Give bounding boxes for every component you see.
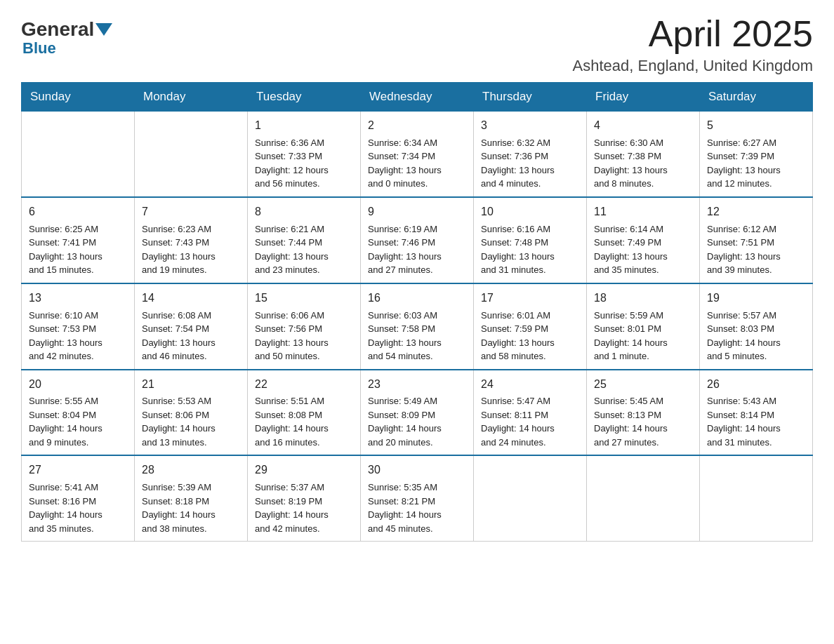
day-number: 6: [29, 203, 127, 221]
weekday-header-thursday: Thursday: [474, 83, 587, 112]
logo-blue-text: Blue: [22, 39, 56, 58]
weekday-header-monday: Monday: [135, 83, 248, 112]
day-number: 29: [255, 462, 353, 479]
calendar-cell: 10Sunrise: 6:16 AMSunset: 7:48 PMDayligh…: [474, 197, 587, 283]
calendar-cell: 11Sunrise: 6:14 AMSunset: 7:49 PMDayligh…: [587, 197, 700, 283]
day-info: Sunrise: 5:43 AMSunset: 8:14 PMDaylight:…: [707, 394, 805, 449]
calendar-cell: 26Sunrise: 5:43 AMSunset: 8:14 PMDayligh…: [700, 370, 813, 456]
day-number: 15: [255, 290, 353, 307]
page-subtitle: Ashtead, England, United Kingdom: [573, 57, 813, 75]
day-number: 21: [142, 376, 240, 394]
day-number: 23: [368, 376, 466, 394]
calendar-cell: [587, 455, 700, 541]
day-number: 7: [142, 203, 240, 221]
calendar-cell: 5Sunrise: 6:27 AMSunset: 7:39 PMDaylight…: [700, 112, 813, 197]
calendar-cell: 23Sunrise: 5:49 AMSunset: 8:09 PMDayligh…: [361, 370, 474, 456]
day-info: Sunrise: 5:51 AMSunset: 8:08 PMDaylight:…: [255, 394, 353, 449]
day-number: 24: [481, 376, 579, 394]
day-info: Sunrise: 6:30 AMSunset: 7:38 PMDaylight:…: [594, 136, 692, 191]
day-info: Sunrise: 5:35 AMSunset: 8:21 PMDaylight:…: [368, 481, 466, 535]
day-info: Sunrise: 6:27 AMSunset: 7:39 PMDaylight:…: [707, 136, 805, 191]
page-title: April 2025: [573, 14, 813, 54]
day-number: 17: [481, 290, 579, 307]
day-info: Sunrise: 6:12 AMSunset: 7:51 PMDaylight:…: [707, 222, 805, 277]
calendar-cell: 1Sunrise: 6:36 AMSunset: 7:33 PMDaylight…: [248, 112, 361, 197]
calendar-cell: 13Sunrise: 6:10 AMSunset: 7:53 PMDayligh…: [22, 283, 135, 370]
calendar-cell: 22Sunrise: 5:51 AMSunset: 8:08 PMDayligh…: [248, 370, 361, 456]
calendar-cell: 6Sunrise: 6:25 AMSunset: 7:41 PMDaylight…: [22, 197, 135, 283]
calendar-cell: 14Sunrise: 6:08 AMSunset: 7:54 PMDayligh…: [135, 283, 248, 370]
weekday-header-friday: Friday: [587, 83, 700, 112]
day-number: 28: [142, 462, 240, 479]
day-number: 30: [368, 462, 466, 479]
day-info: Sunrise: 6:25 AMSunset: 7:41 PMDaylight:…: [29, 222, 127, 277]
header: General Blue April 2025 Ashtead, England…: [21, 14, 813, 75]
weekday-header-sunday: Sunday: [22, 83, 135, 112]
day-info: Sunrise: 5:55 AMSunset: 8:04 PMDaylight:…: [29, 394, 127, 449]
calendar-header-row: SundayMondayTuesdayWednesdayThursdayFrid…: [22, 83, 813, 112]
day-info: Sunrise: 6:08 AMSunset: 7:54 PMDaylight:…: [142, 309, 240, 363]
calendar-cell: [135, 112, 248, 197]
day-info: Sunrise: 5:49 AMSunset: 8:09 PMDaylight:…: [368, 394, 466, 449]
day-info: Sunrise: 6:16 AMSunset: 7:48 PMDaylight:…: [481, 222, 579, 277]
logo-text: General: [21, 20, 114, 39]
calendar-week-row: 6Sunrise: 6:25 AMSunset: 7:41 PMDaylight…: [22, 197, 813, 283]
calendar-cell: 30Sunrise: 5:35 AMSunset: 8:21 PMDayligh…: [361, 455, 474, 541]
day-info: Sunrise: 6:19 AMSunset: 7:46 PMDaylight:…: [368, 222, 466, 277]
day-info: Sunrise: 6:34 AMSunset: 7:34 PMDaylight:…: [368, 136, 466, 191]
day-info: Sunrise: 6:36 AMSunset: 7:33 PMDaylight:…: [255, 136, 353, 191]
day-number: 2: [368, 117, 466, 135]
logo-triangle-icon: [95, 23, 112, 36]
day-info: Sunrise: 6:14 AMSunset: 7:49 PMDaylight:…: [594, 222, 692, 277]
day-number: 12: [707, 203, 805, 221]
calendar-cell: 18Sunrise: 5:59 AMSunset: 8:01 PMDayligh…: [587, 283, 700, 370]
calendar-cell: 27Sunrise: 5:41 AMSunset: 8:16 PMDayligh…: [22, 455, 135, 541]
calendar-cell: 19Sunrise: 5:57 AMSunset: 8:03 PMDayligh…: [700, 283, 813, 370]
calendar-cell: 20Sunrise: 5:55 AMSunset: 8:04 PMDayligh…: [22, 370, 135, 456]
day-number: 5: [707, 117, 805, 135]
day-info: Sunrise: 5:41 AMSunset: 8:16 PMDaylight:…: [29, 481, 127, 535]
day-number: 18: [594, 290, 692, 307]
day-info: Sunrise: 5:59 AMSunset: 8:01 PMDaylight:…: [594, 309, 692, 363]
calendar-cell: 28Sunrise: 5:39 AMSunset: 8:18 PMDayligh…: [135, 455, 248, 541]
calendar-cell: 2Sunrise: 6:34 AMSunset: 7:34 PMDaylight…: [361, 112, 474, 197]
weekday-header-wednesday: Wednesday: [361, 83, 474, 112]
calendar-cell: 21Sunrise: 5:53 AMSunset: 8:06 PMDayligh…: [135, 370, 248, 456]
calendar-cell: 8Sunrise: 6:21 AMSunset: 7:44 PMDaylight…: [248, 197, 361, 283]
logo-general: General: [21, 20, 94, 39]
day-number: 10: [481, 203, 579, 221]
day-number: 4: [594, 117, 692, 135]
day-number: 1: [255, 117, 353, 135]
title-block: April 2025 Ashtead, England, United King…: [573, 14, 813, 75]
calendar-week-row: 13Sunrise: 6:10 AMSunset: 7:53 PMDayligh…: [22, 283, 813, 370]
calendar-cell: 15Sunrise: 6:06 AMSunset: 7:56 PMDayligh…: [248, 283, 361, 370]
calendar-cell: 4Sunrise: 6:30 AMSunset: 7:38 PMDaylight…: [587, 112, 700, 197]
day-info: Sunrise: 5:57 AMSunset: 8:03 PMDaylight:…: [707, 309, 805, 363]
day-number: 26: [707, 376, 805, 394]
calendar-week-row: 27Sunrise: 5:41 AMSunset: 8:16 PMDayligh…: [22, 455, 813, 541]
day-number: 16: [368, 290, 466, 307]
day-info: Sunrise: 6:23 AMSunset: 7:43 PMDaylight:…: [142, 222, 240, 277]
calendar-week-row: 20Sunrise: 5:55 AMSunset: 8:04 PMDayligh…: [22, 370, 813, 456]
calendar-cell: 17Sunrise: 6:01 AMSunset: 7:59 PMDayligh…: [474, 283, 587, 370]
day-number: 14: [142, 290, 240, 307]
day-number: 11: [594, 203, 692, 221]
day-number: 20: [29, 376, 127, 394]
day-info: Sunrise: 6:03 AMSunset: 7:58 PMDaylight:…: [368, 309, 466, 363]
calendar-cell: 3Sunrise: 6:32 AMSunset: 7:36 PMDaylight…: [474, 112, 587, 197]
calendar-cell: [22, 112, 135, 197]
day-number: 22: [255, 376, 353, 394]
day-number: 9: [368, 203, 466, 221]
calendar-cell: [474, 455, 587, 541]
day-info: Sunrise: 5:53 AMSunset: 8:06 PMDaylight:…: [142, 394, 240, 449]
calendar-cell: 16Sunrise: 6:03 AMSunset: 7:58 PMDayligh…: [361, 283, 474, 370]
calendar-cell: 9Sunrise: 6:19 AMSunset: 7:46 PMDaylight…: [361, 197, 474, 283]
day-info: Sunrise: 5:37 AMSunset: 8:19 PMDaylight:…: [255, 481, 353, 535]
day-info: Sunrise: 6:10 AMSunset: 7:53 PMDaylight:…: [29, 309, 127, 363]
day-number: 3: [481, 117, 579, 135]
day-info: Sunrise: 5:47 AMSunset: 8:11 PMDaylight:…: [481, 394, 579, 449]
calendar-table: SundayMondayTuesdayWednesdayThursdayFrid…: [21, 82, 813, 542]
calendar-cell: 12Sunrise: 6:12 AMSunset: 7:51 PMDayligh…: [700, 197, 813, 283]
day-info: Sunrise: 6:32 AMSunset: 7:36 PMDaylight:…: [481, 136, 579, 191]
calendar-cell: 29Sunrise: 5:37 AMSunset: 8:19 PMDayligh…: [248, 455, 361, 541]
